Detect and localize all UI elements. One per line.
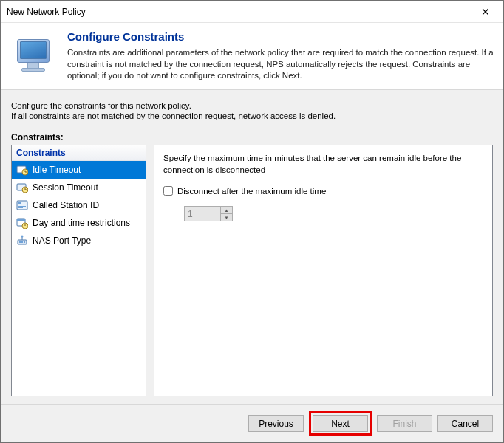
list-item-day-time-restrictions[interactable]: Day and time restrictions xyxy=(12,214,146,232)
clock-session-icon xyxy=(16,182,28,193)
list-item-nas-port-type[interactable]: NAS Port Type xyxy=(12,232,146,250)
dialog-window: New Network Policy ✕ Configure Constrain… xyxy=(0,0,504,443)
spinner-buttons: ▲ ▼ xyxy=(220,207,232,221)
disconnect-checkbox-label: Disconnect after the maximum idle time xyxy=(177,187,326,196)
list-item-label: NAS Port Type xyxy=(33,236,91,246)
finish-button: Finish xyxy=(377,415,432,432)
next-button[interactable]: Next xyxy=(313,415,368,432)
intro-line-2: If all constraints are not matched by th… xyxy=(11,111,493,122)
monitor-icon xyxy=(13,35,57,79)
wizard-button-bar: Previous Next Finish Cancel xyxy=(1,404,503,442)
spinner-down-button[interactable]: ▼ xyxy=(221,214,232,221)
svg-rect-21 xyxy=(21,241,23,243)
calendar-clock-icon xyxy=(16,217,28,229)
close-button[interactable]: ✕ xyxy=(469,1,502,22)
page-description: Constraints are additional parameters of… xyxy=(67,47,496,82)
nas-port-icon xyxy=(16,235,28,247)
list-item-label: Called Station ID xyxy=(33,200,99,210)
constraints-list-panel: Constraints Idle Timeout xyxy=(11,145,146,396)
previous-button[interactable]: Previous xyxy=(248,415,304,432)
constraints-heading: Constraints: xyxy=(11,132,493,142)
main-panels: Constraints Idle Timeout xyxy=(11,145,493,396)
disconnect-checkbox-row[interactable]: Disconnect after the maximum idle time xyxy=(163,186,483,196)
idle-minutes-spinner[interactable]: ▲ ▼ xyxy=(184,206,233,222)
titlebar: New Network Policy ✕ xyxy=(1,1,503,23)
constraint-settings-panel: Specify the maximum time in minutes that… xyxy=(154,145,493,396)
page-title: Configure Constraints xyxy=(67,30,496,43)
cancel-button[interactable]: Cancel xyxy=(437,415,493,432)
list-item-idle-timeout[interactable]: Idle Timeout xyxy=(12,161,146,179)
setting-description: Specify the maximum time in minutes that… xyxy=(163,153,483,176)
wizard-header: Configure Constraints Constraints are ad… xyxy=(1,23,503,90)
spinner-up-button[interactable]: ▲ xyxy=(221,207,232,214)
next-button-highlight: Next xyxy=(309,411,372,436)
content-area: Configure the constraints for this netwo… xyxy=(1,90,503,404)
list-item-session-timeout[interactable]: Session Timeout xyxy=(12,179,146,196)
clock-idle-icon xyxy=(16,164,28,176)
svg-rect-12 xyxy=(18,207,23,208)
svg-point-19 xyxy=(21,236,24,238)
list-item-called-station-id[interactable]: Called Station ID xyxy=(12,196,146,214)
header-text: Configure Constraints Constraints are ad… xyxy=(67,30,496,82)
svg-rect-22 xyxy=(24,241,25,243)
intro-line-1: Configure the constraints for this netwo… xyxy=(11,100,493,111)
svg-rect-11 xyxy=(18,206,26,207)
window-title: New Network Policy xyxy=(7,7,469,17)
list-item-label: Idle Timeout xyxy=(33,165,81,175)
list-item-label: Day and time restrictions xyxy=(33,218,130,228)
svg-rect-10 xyxy=(18,205,26,205)
list-item-label: Session Timeout xyxy=(33,182,98,193)
disconnect-checkbox[interactable] xyxy=(163,186,173,196)
constraints-list-header: Constraints xyxy=(12,145,146,161)
svg-rect-14 xyxy=(17,219,25,221)
constraints-list: Idle Timeout Session Timeout xyxy=(12,161,146,396)
svg-rect-9 xyxy=(18,202,21,204)
idle-minutes-input[interactable] xyxy=(185,207,220,221)
svg-rect-20 xyxy=(19,241,21,243)
station-id-icon xyxy=(16,199,28,211)
